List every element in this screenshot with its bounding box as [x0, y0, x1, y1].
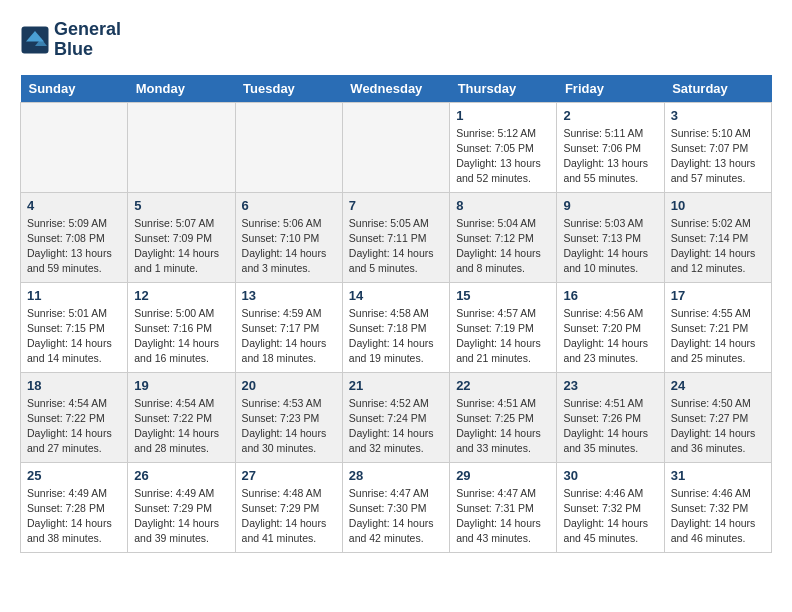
- calendar-week-row: 18Sunrise: 4:54 AM Sunset: 7:22 PM Dayli…: [21, 372, 772, 462]
- calendar-cell: 9Sunrise: 5:03 AM Sunset: 7:13 PM Daylig…: [557, 192, 664, 282]
- day-number: 28: [349, 468, 443, 483]
- day-number: 6: [242, 198, 336, 213]
- day-number: 4: [27, 198, 121, 213]
- logo: General Blue: [20, 20, 121, 60]
- calendar-cell: 23Sunrise: 4:51 AM Sunset: 7:26 PM Dayli…: [557, 372, 664, 462]
- calendar-cell: 30Sunrise: 4:46 AM Sunset: 7:32 PM Dayli…: [557, 462, 664, 552]
- calendar-body: 1Sunrise: 5:12 AM Sunset: 7:05 PM Daylig…: [21, 102, 772, 552]
- weekday-header: Thursday: [450, 75, 557, 103]
- calendar-cell: 27Sunrise: 4:48 AM Sunset: 7:29 PM Dayli…: [235, 462, 342, 552]
- day-info: Sunrise: 4:54 AM Sunset: 7:22 PM Dayligh…: [134, 396, 228, 457]
- day-info: Sunrise: 5:02 AM Sunset: 7:14 PM Dayligh…: [671, 216, 765, 277]
- day-info: Sunrise: 4:57 AM Sunset: 7:19 PM Dayligh…: [456, 306, 550, 367]
- day-info: Sunrise: 4:51 AM Sunset: 7:25 PM Dayligh…: [456, 396, 550, 457]
- day-info: Sunrise: 4:55 AM Sunset: 7:21 PM Dayligh…: [671, 306, 765, 367]
- calendar-cell: 31Sunrise: 4:46 AM Sunset: 7:32 PM Dayli…: [664, 462, 771, 552]
- weekday-header: Sunday: [21, 75, 128, 103]
- calendar-cell: 4Sunrise: 5:09 AM Sunset: 7:08 PM Daylig…: [21, 192, 128, 282]
- day-number: 30: [563, 468, 657, 483]
- day-info: Sunrise: 4:46 AM Sunset: 7:32 PM Dayligh…: [563, 486, 657, 547]
- calendar-cell: [21, 102, 128, 192]
- day-number: 25: [27, 468, 121, 483]
- calendar-week-row: 4Sunrise: 5:09 AM Sunset: 7:08 PM Daylig…: [21, 192, 772, 282]
- day-number: 5: [134, 198, 228, 213]
- calendar-cell: 16Sunrise: 4:56 AM Sunset: 7:20 PM Dayli…: [557, 282, 664, 372]
- logo-icon: [20, 25, 50, 55]
- day-info: Sunrise: 5:03 AM Sunset: 7:13 PM Dayligh…: [563, 216, 657, 277]
- day-number: 20: [242, 378, 336, 393]
- day-number: 17: [671, 288, 765, 303]
- day-info: Sunrise: 5:12 AM Sunset: 7:05 PM Dayligh…: [456, 126, 550, 187]
- day-info: Sunrise: 4:47 AM Sunset: 7:30 PM Dayligh…: [349, 486, 443, 547]
- calendar-cell: 17Sunrise: 4:55 AM Sunset: 7:21 PM Dayli…: [664, 282, 771, 372]
- logo-text: General Blue: [54, 20, 121, 60]
- day-info: Sunrise: 4:54 AM Sunset: 7:22 PM Dayligh…: [27, 396, 121, 457]
- day-info: Sunrise: 5:07 AM Sunset: 7:09 PM Dayligh…: [134, 216, 228, 277]
- calendar-cell: 2Sunrise: 5:11 AM Sunset: 7:06 PM Daylig…: [557, 102, 664, 192]
- day-number: 19: [134, 378, 228, 393]
- day-number: 23: [563, 378, 657, 393]
- calendar-cell: 10Sunrise: 5:02 AM Sunset: 7:14 PM Dayli…: [664, 192, 771, 282]
- day-info: Sunrise: 5:05 AM Sunset: 7:11 PM Dayligh…: [349, 216, 443, 277]
- calendar-cell: 25Sunrise: 4:49 AM Sunset: 7:28 PM Dayli…: [21, 462, 128, 552]
- calendar-cell: 26Sunrise: 4:49 AM Sunset: 7:29 PM Dayli…: [128, 462, 235, 552]
- weekday-header: Tuesday: [235, 75, 342, 103]
- day-info: Sunrise: 4:47 AM Sunset: 7:31 PM Dayligh…: [456, 486, 550, 547]
- day-info: Sunrise: 4:49 AM Sunset: 7:28 PM Dayligh…: [27, 486, 121, 547]
- day-number: 10: [671, 198, 765, 213]
- calendar-cell: 21Sunrise: 4:52 AM Sunset: 7:24 PM Dayli…: [342, 372, 449, 462]
- calendar-week-row: 1Sunrise: 5:12 AM Sunset: 7:05 PM Daylig…: [21, 102, 772, 192]
- day-number: 22: [456, 378, 550, 393]
- weekday-header: Wednesday: [342, 75, 449, 103]
- day-number: 7: [349, 198, 443, 213]
- day-info: Sunrise: 4:59 AM Sunset: 7:17 PM Dayligh…: [242, 306, 336, 367]
- day-info: Sunrise: 4:50 AM Sunset: 7:27 PM Dayligh…: [671, 396, 765, 457]
- day-number: 31: [671, 468, 765, 483]
- calendar-cell: [342, 102, 449, 192]
- day-info: Sunrise: 4:56 AM Sunset: 7:20 PM Dayligh…: [563, 306, 657, 367]
- day-number: 21: [349, 378, 443, 393]
- day-info: Sunrise: 5:10 AM Sunset: 7:07 PM Dayligh…: [671, 126, 765, 187]
- calendar-cell: 11Sunrise: 5:01 AM Sunset: 7:15 PM Dayli…: [21, 282, 128, 372]
- day-number: 29: [456, 468, 550, 483]
- calendar-cell: 8Sunrise: 5:04 AM Sunset: 7:12 PM Daylig…: [450, 192, 557, 282]
- day-number: 11: [27, 288, 121, 303]
- day-number: 2: [563, 108, 657, 123]
- day-info: Sunrise: 4:51 AM Sunset: 7:26 PM Dayligh…: [563, 396, 657, 457]
- day-info: Sunrise: 4:53 AM Sunset: 7:23 PM Dayligh…: [242, 396, 336, 457]
- calendar-cell: 5Sunrise: 5:07 AM Sunset: 7:09 PM Daylig…: [128, 192, 235, 282]
- day-number: 16: [563, 288, 657, 303]
- calendar-cell: 14Sunrise: 4:58 AM Sunset: 7:18 PM Dayli…: [342, 282, 449, 372]
- weekday-header: Friday: [557, 75, 664, 103]
- calendar-cell: 18Sunrise: 4:54 AM Sunset: 7:22 PM Dayli…: [21, 372, 128, 462]
- day-info: Sunrise: 5:00 AM Sunset: 7:16 PM Dayligh…: [134, 306, 228, 367]
- calendar-cell: 6Sunrise: 5:06 AM Sunset: 7:10 PM Daylig…: [235, 192, 342, 282]
- day-number: 12: [134, 288, 228, 303]
- calendar-cell: 1Sunrise: 5:12 AM Sunset: 7:05 PM Daylig…: [450, 102, 557, 192]
- calendar-cell: 20Sunrise: 4:53 AM Sunset: 7:23 PM Dayli…: [235, 372, 342, 462]
- day-info: Sunrise: 5:06 AM Sunset: 7:10 PM Dayligh…: [242, 216, 336, 277]
- day-number: 24: [671, 378, 765, 393]
- day-number: 8: [456, 198, 550, 213]
- calendar-cell: 13Sunrise: 4:59 AM Sunset: 7:17 PM Dayli…: [235, 282, 342, 372]
- page-header: General Blue: [20, 20, 772, 60]
- calendar-cell: 22Sunrise: 4:51 AM Sunset: 7:25 PM Dayli…: [450, 372, 557, 462]
- calendar-cell: 29Sunrise: 4:47 AM Sunset: 7:31 PM Dayli…: [450, 462, 557, 552]
- day-number: 18: [27, 378, 121, 393]
- day-number: 27: [242, 468, 336, 483]
- calendar-cell: [128, 102, 235, 192]
- day-number: 15: [456, 288, 550, 303]
- calendar-header-row: SundayMondayTuesdayWednesdayThursdayFrid…: [21, 75, 772, 103]
- calendar-week-row: 11Sunrise: 5:01 AM Sunset: 7:15 PM Dayli…: [21, 282, 772, 372]
- calendar-cell: 19Sunrise: 4:54 AM Sunset: 7:22 PM Dayli…: [128, 372, 235, 462]
- calendar-cell: 3Sunrise: 5:10 AM Sunset: 7:07 PM Daylig…: [664, 102, 771, 192]
- day-info: Sunrise: 4:58 AM Sunset: 7:18 PM Dayligh…: [349, 306, 443, 367]
- calendar-cell: 7Sunrise: 5:05 AM Sunset: 7:11 PM Daylig…: [342, 192, 449, 282]
- day-info: Sunrise: 4:48 AM Sunset: 7:29 PM Dayligh…: [242, 486, 336, 547]
- day-info: Sunrise: 4:46 AM Sunset: 7:32 PM Dayligh…: [671, 486, 765, 547]
- calendar-week-row: 25Sunrise: 4:49 AM Sunset: 7:28 PM Dayli…: [21, 462, 772, 552]
- day-number: 13: [242, 288, 336, 303]
- weekday-header: Saturday: [664, 75, 771, 103]
- day-number: 14: [349, 288, 443, 303]
- day-number: 3: [671, 108, 765, 123]
